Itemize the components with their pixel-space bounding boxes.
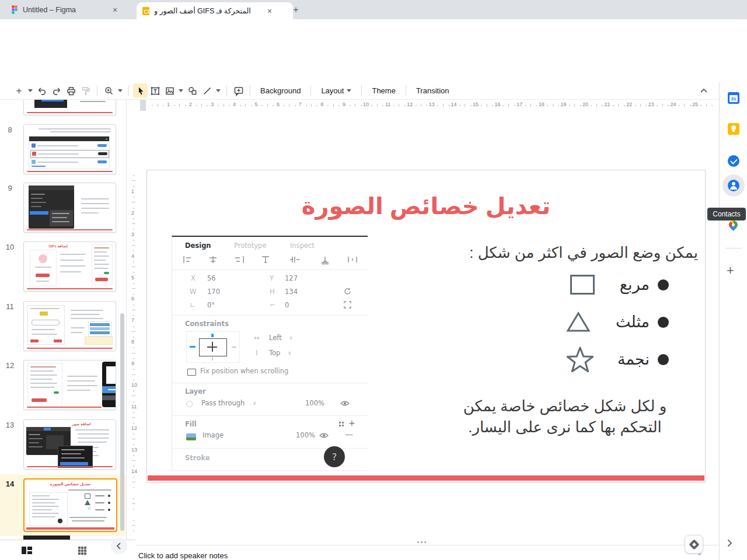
insert-image-icon[interactable] xyxy=(162,83,177,98)
prop-x-label: X xyxy=(191,274,196,282)
figma-tab-design: Design xyxy=(185,242,211,250)
maps-icon[interactable] xyxy=(727,219,739,231)
insert-line-icon[interactable] xyxy=(200,83,214,98)
figma-panel-image[interactable]: Design Prototype Inspect xyxy=(172,236,368,471)
eye-icon xyxy=(340,400,350,407)
zoom-icon[interactable] xyxy=(102,83,116,98)
slide-thumbnail-12[interactable] xyxy=(23,360,116,410)
paint-format-icon[interactable] xyxy=(78,83,93,98)
layer-opacity: 100% xyxy=(305,399,324,407)
collapse-filmstrip-button[interactable] xyxy=(111,538,127,554)
slide-thumbnail-10[interactable]: إضافة GIFs xyxy=(23,242,116,292)
slides-header: أضف الصور و GIFS المتحركة في Figma .PPTX… xyxy=(0,40,747,82)
theme-button[interactable]: Theme xyxy=(366,84,401,97)
slide-canvas: 1234567891011121314151617181920212223242… xyxy=(140,100,719,540)
notes-resize-handle[interactable] xyxy=(417,541,419,543)
slides-favicon xyxy=(142,7,149,15)
new-slide-button[interactable]: + xyxy=(12,83,26,98)
thumbnail-preview xyxy=(24,125,116,174)
bullet-dot xyxy=(658,354,669,365)
close-tab-icon[interactable]: × xyxy=(267,6,272,16)
speaker-notes-placeholder[interactable]: Click to add speaker notes xyxy=(138,551,228,560)
slide-thumbnail-13[interactable]: اضافة صور xyxy=(23,419,116,470)
tab-slides-active[interactable]: أضف الصور و GIFS المتحركة فـ × xyxy=(137,2,293,19)
horizontal-ruler: 1234567891011121314151617181920212223242… xyxy=(140,100,719,111)
hide-menus-icon[interactable] xyxy=(699,86,708,96)
slide-editor-page[interactable]: تعديل خصائص الصورة Design Prototype Insp… xyxy=(146,170,706,482)
prop-w-label: W xyxy=(190,288,196,296)
fill-type: Image xyxy=(203,431,224,439)
contacts-tooltip: Contacts xyxy=(707,208,746,220)
slide-thumbnail-7[interactable] xyxy=(23,100,116,116)
figma-tab-prototype: Prototype xyxy=(234,242,266,250)
tasks-icon[interactable] xyxy=(728,155,739,167)
select-tool-icon[interactable] xyxy=(133,83,148,98)
explore-button[interactable] xyxy=(685,535,703,554)
new-tab-icon[interactable]: + xyxy=(293,4,299,16)
constraint-vertical: Top xyxy=(269,349,280,357)
insert-comment-icon[interactable] xyxy=(231,83,246,98)
close-tab-icon[interactable]: × xyxy=(113,5,117,15)
filmstrip-scrollbar[interactable] xyxy=(120,313,124,531)
constraints-diagram xyxy=(186,331,240,363)
new-slide-dropdown-icon[interactable] xyxy=(26,83,34,98)
slide-thumbnail-8[interactable] xyxy=(23,124,116,174)
text-box-icon[interactable] xyxy=(148,83,162,98)
line-dropdown-icon[interactable] xyxy=(214,83,222,98)
redo-icon[interactable] xyxy=(49,83,64,98)
thumbnail-preview xyxy=(24,100,116,115)
chevron-left-icon xyxy=(114,541,124,551)
slide-number: 11 xyxy=(0,302,20,311)
undo-icon[interactable] xyxy=(34,83,49,98)
bullet-item-star[interactable]: نجمة xyxy=(566,348,669,371)
slide-outro-text[interactable]: و لكل شكل خصائص خاصة يمكن التحكم بها كما… xyxy=(437,396,693,438)
background-button[interactable]: Background xyxy=(254,84,306,97)
thumbnail-preview xyxy=(24,302,116,351)
contacts-icon[interactable] xyxy=(728,180,739,191)
thumbnail-preview xyxy=(24,183,116,232)
print-icon[interactable] xyxy=(64,83,78,98)
workspace: 8 xyxy=(0,100,719,540)
fill-label: Fill xyxy=(185,420,197,428)
stroke-label: Stroke xyxy=(185,454,210,462)
prop-y-value: 127 xyxy=(285,274,298,282)
bullet-item-triangle[interactable]: مثلث xyxy=(564,310,669,334)
filmstrip-view-icon[interactable] xyxy=(22,547,32,554)
slide-thumbnail-11[interactable] xyxy=(23,301,116,351)
slide-thumbnail-14-selected[interactable]: تعديل خصائص الصورة xyxy=(23,478,117,532)
zoom-dropdown-icon[interactable] xyxy=(116,83,124,98)
hide-side-panel-icon[interactable] xyxy=(724,538,735,548)
figma-help-button: ? xyxy=(324,446,345,467)
remove-fill-icon: — xyxy=(345,429,353,439)
slide-thumbnail-9[interactable] xyxy=(23,183,116,233)
get-addons-icon[interactable]: + xyxy=(727,263,734,278)
figma-favicon xyxy=(12,5,18,14)
next-slide-peek xyxy=(23,536,70,540)
prop-radius-icon: ⌐ xyxy=(270,301,275,309)
triangle-shape-icon xyxy=(564,312,592,332)
transition-button[interactable]: Transition xyxy=(410,84,455,97)
bullet-dot xyxy=(658,279,669,290)
layout-button[interactable]: Layout xyxy=(315,84,357,97)
constraint-horizontal: Left xyxy=(269,334,282,342)
expand-icon xyxy=(344,301,351,309)
square-shape-icon xyxy=(568,275,596,295)
edit-toolbar: + Background Layout Theme Transition xyxy=(0,82,719,100)
grid-view-icon[interactable] xyxy=(78,547,81,549)
constraints-label: Constraints xyxy=(185,320,229,328)
calendar-icon[interactable]: 31 xyxy=(728,92,739,104)
tab-title: Untitled – Figma xyxy=(23,6,110,14)
speaker-notes-area[interactable]: Click to add speaker notes xyxy=(135,540,719,560)
vertical-ruler: 1234567891011121314 xyxy=(126,100,141,540)
tab-figma[interactable]: Untitled – Figma × xyxy=(6,0,141,19)
keep-icon[interactable] xyxy=(728,123,739,135)
image-dropdown-icon[interactable] xyxy=(177,83,185,98)
thumbnail-preview: تعديل خصائص الصورة xyxy=(25,480,116,531)
thumbnail-preview: إضافة GIFs xyxy=(24,242,116,291)
insert-shape-icon[interactable] xyxy=(185,83,200,98)
slide-title[interactable]: تعديل خصائص الصورة xyxy=(147,192,705,219)
slide-intro-text[interactable]: يمكن وضع الصور في اكثر من شكل : xyxy=(469,244,698,262)
thumbnail-preview: اضافة صور xyxy=(24,420,116,469)
bullet-item-square[interactable]: مربع xyxy=(568,273,669,296)
filmstrip-footer xyxy=(0,540,135,560)
